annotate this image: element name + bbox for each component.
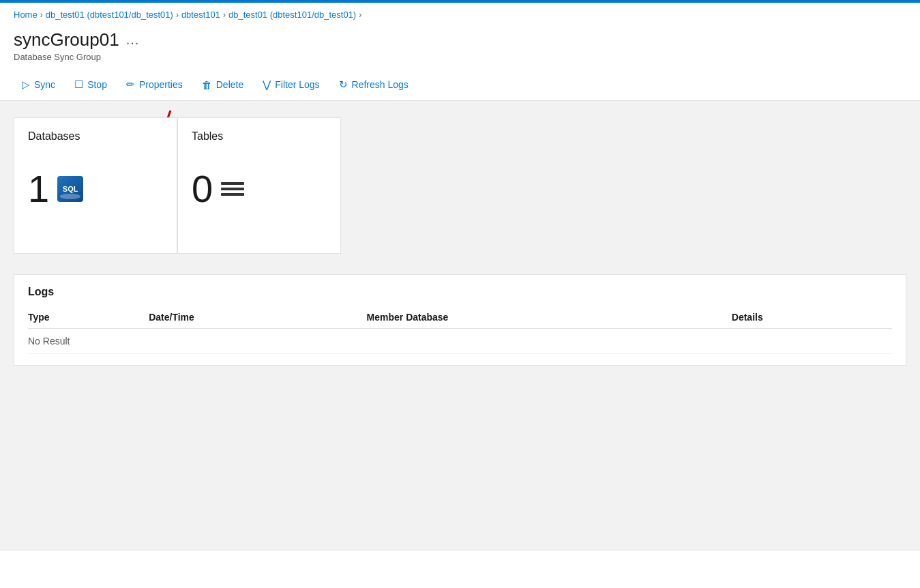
delete-label: Delete <box>216 79 243 90</box>
sync-label: Sync <box>34 79 55 90</box>
refresh-icon: ↻ <box>339 78 348 91</box>
more-options-button[interactable]: ... <box>126 32 140 48</box>
databases-card-title: Databases <box>28 130 163 143</box>
tables-card-title: Tables <box>192 130 327 143</box>
filter-logs-button[interactable]: ⋁ Filter Logs <box>254 74 327 95</box>
no-result-label: No Result <box>28 329 892 354</box>
databases-card[interactable]: Databases 1 SQL <box>14 117 177 254</box>
breadcrumb-db-test01[interactable]: db_test01 (dbtest101/db_test01) <box>46 10 173 20</box>
refresh-logs-label: Refresh Logs <box>352 79 409 90</box>
col-type: Type <box>28 308 149 329</box>
breadcrumb-sep-3: › <box>223 10 226 20</box>
logs-title: Logs <box>28 286 892 298</box>
databases-count-row: 1 SQL <box>28 170 163 208</box>
filter-logs-label: Filter Logs <box>275 79 319 90</box>
properties-icon: ✏ <box>126 78 135 91</box>
breadcrumb-home[interactable]: Home <box>14 10 38 20</box>
breadcrumb-sep-4: › <box>359 10 361 20</box>
tables-count-row: 0 <box>192 170 327 208</box>
breadcrumb-dbtest101[interactable]: dbtest101 <box>181 10 220 20</box>
page-header: syncGroup01 ... <box>0 24 920 50</box>
main-content: Databases 1 SQL Tables 0 Logs <box>0 101 920 551</box>
sync-button[interactable]: ▷ Sync <box>14 74 63 95</box>
col-datetime: Date/Time <box>149 308 366 329</box>
breadcrumb: Home › db_test01 (dbtest101/db_test01) ›… <box>0 3 920 24</box>
page-subtitle: Database Sync Group <box>0 50 920 69</box>
refresh-logs-button[interactable]: ↻ Refresh Logs <box>331 74 417 95</box>
delete-icon: 🗑 <box>202 79 212 91</box>
sql-database-icon: SQL <box>57 176 83 202</box>
col-member-database: Member Database <box>367 308 732 329</box>
logs-table-header: Type Date/Time Member Database Details <box>28 308 892 329</box>
delete-button[interactable]: 🗑 Delete <box>194 75 252 95</box>
table-row: No Result <box>28 329 892 354</box>
tables-icon <box>221 182 244 196</box>
breadcrumb-sep-2: › <box>176 10 179 20</box>
properties-label: Properties <box>139 79 183 90</box>
stop-icon: ☐ <box>74 78 83 91</box>
logs-table-body: No Result <box>28 329 892 354</box>
col-details: Details <box>732 308 892 329</box>
toolbar: ▷ Sync ☐ Stop ✏ Properties 🗑 Delete ⋁ Fi… <box>0 69 920 101</box>
page-title: syncGroup01 <box>14 29 119 50</box>
breadcrumb-db-test01-2[interactable]: db_test01 (dbtest101/db_test01) <box>228 10 356 20</box>
sync-icon: ▷ <box>22 78 30 91</box>
cards-row: Databases 1 SQL Tables 0 <box>14 117 906 254</box>
properties-button[interactable]: ✏ Properties <box>118 74 191 95</box>
filter-icon: ⋁ <box>263 78 271 91</box>
tables-card[interactable]: Tables 0 <box>177 117 341 254</box>
stop-button[interactable]: ☐ Stop <box>66 74 115 95</box>
logs-section: Logs Type Date/Time Member Database Deta… <box>14 274 906 366</box>
breadcrumb-sep-1: › <box>40 10 43 20</box>
logs-table: Type Date/Time Member Database Details N… <box>28 308 892 354</box>
stop-label: Stop <box>87 79 107 90</box>
databases-count: 1 <box>28 170 49 208</box>
tables-count: 0 <box>192 170 213 208</box>
